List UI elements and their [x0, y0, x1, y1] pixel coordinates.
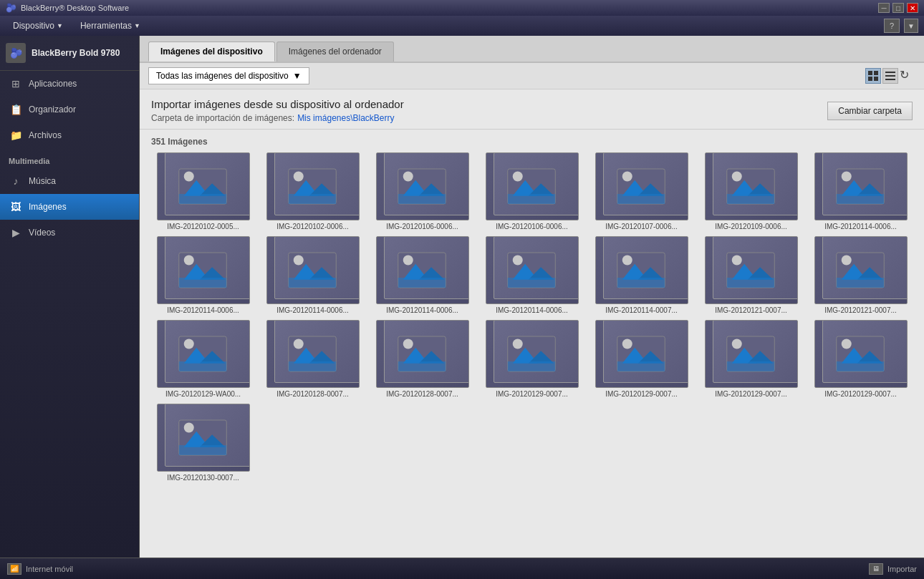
import-path-link[interactable]: Mis imágenes\BlackBerry [297, 113, 394, 123]
device-section[interactable]: 🫐 BlackBerry Bold 9780 [0, 36, 139, 71]
image-item[interactable]: IMG-20120107-0006... [589, 152, 693, 230]
image-name: IMG-20120107-0006... [605, 223, 678, 230]
svg-rect-4 [885, 72, 895, 73]
svg-point-60 [513, 255, 523, 265]
svg-point-105 [732, 339, 742, 349]
images-section: 351 Imágenes [140, 130, 924, 558]
minimize-button[interactable]: ─ [878, 3, 890, 13]
svg-rect-61 [508, 278, 556, 288]
svg-rect-2 [868, 77, 872, 81]
image-item[interactable]: IMG-20120109-0006... [699, 152, 803, 230]
close-button[interactable]: ✕ [907, 3, 918, 13]
image-item[interactable]: IMG-20120128-0007... [370, 320, 474, 398]
organizador-icon: 📋 [9, 102, 23, 117]
image-name: IMG-20120106-0006... [386, 223, 458, 230]
image-item[interactable]: IMG-20120129-0007... [589, 320, 693, 398]
image-thumbnail [595, 320, 688, 388]
sidebar-item-aplicaciones[interactable]: ⊞ Aplicaciones [0, 71, 139, 97]
svg-point-20 [403, 171, 413, 181]
sidebar: 🫐 BlackBerry Bold 9780 ⊞ Aplicaciones 📋 … [0, 36, 140, 558]
image-item[interactable]: IMG-20120128-0007... [261, 320, 365, 398]
svg-point-65 [622, 255, 632, 265]
image-thumbnail [266, 152, 360, 220]
image-item[interactable]: IMG-20120114-0006... [809, 152, 913, 230]
image-item[interactable]: IMG-20120114-0006... [480, 236, 584, 314]
svg-rect-41 [837, 194, 885, 204]
svg-point-10 [184, 171, 194, 181]
svg-rect-1 [874, 71, 878, 75]
app-title: BlackBerry® Desktop Software [21, 4, 129, 12]
menu-item-dispositivo[interactable]: Dispositivo ▼ [6, 18, 70, 34]
image-thumbnail [157, 404, 250, 472]
image-name: IMG-20120129-0007... [715, 390, 787, 398]
help-button[interactable]: ? [884, 19, 900, 33]
image-name: IMG-20120114-0006... [824, 223, 897, 230]
svg-point-90 [403, 339, 413, 349]
sidebar-item-archivos[interactable]: 📁 Archivos [0, 122, 139, 148]
sidebar-item-organizador[interactable]: 📋 Organizador [0, 97, 139, 122]
svg-rect-81 [179, 361, 227, 371]
device-icon: 🫐 [6, 43, 26, 63]
title-bar: 🫐 BlackBerry® Desktop Software ─ □ ✕ [0, 0, 924, 16]
svg-point-45 [184, 255, 194, 265]
image-name: IMG-20120128-0007... [386, 390, 458, 398]
image-item[interactable]: IMG-20120102-0006... [261, 152, 365, 230]
sidebar-item-videos[interactable]: ▶ Vídeos [0, 220, 139, 245]
image-item[interactable]: IMG-20120130-0007... [151, 404, 255, 482]
image-item[interactable]: IMG-20120121-0007... [809, 236, 913, 314]
image-item[interactable]: IMG-20120114-0007... [589, 236, 693, 314]
view-list-button[interactable] [882, 68, 898, 84]
image-name: IMG-20120121-0007... [824, 306, 897, 314]
image-name: IMG-20120129-0007... [824, 390, 897, 398]
sidebar-item-imagenes[interactable]: 🖼 Imágenes [0, 194, 139, 220]
image-thumbnail [486, 320, 579, 388]
svg-rect-56 [398, 278, 446, 288]
image-item[interactable]: IMG-20120106-0006... [370, 152, 474, 230]
view-grid-button[interactable] [865, 68, 881, 84]
image-item[interactable]: IMG-20120129-0007... [480, 320, 584, 398]
archivos-icon: 📁 [9, 128, 23, 142]
image-item[interactable]: IMG-20120114-0006... [261, 236, 365, 314]
image-name: IMG-20120102-0006... [276, 223, 349, 230]
app-logo-icon: 🫐 [6, 3, 16, 13]
image-thumbnail [376, 152, 469, 220]
image-thumbnail [486, 152, 579, 220]
image-item[interactable]: IMG-20120114-0006... [151, 236, 255, 314]
import-title: Importar imágenes desde su dispositivo a… [151, 98, 404, 110]
image-thumbnail [595, 152, 688, 220]
image-name: IMG-20120114-0006... [386, 306, 458, 314]
change-folder-button[interactable]: Cambiar carpeta [827, 102, 913, 120]
tab-computer-images[interactable]: Imágenes del ordenador [276, 42, 394, 62]
menu-extra-button[interactable]: ▼ [904, 19, 918, 33]
tab-device-images[interactable]: Imágenes del dispositivo [148, 42, 275, 62]
filter-dropdown[interactable]: Todas las imágenes del dispositivo ▼ [148, 67, 309, 84]
image-item[interactable]: IMG-20120106-0006... [480, 152, 584, 230]
refresh-button[interactable]: ↻ [900, 68, 915, 84]
image-name: IMG-20120114-0007... [605, 306, 678, 314]
menu-item-herramientas[interactable]: Herramientas ▼ [73, 18, 148, 34]
image-thumbnail [705, 236, 798, 304]
svg-point-95 [513, 339, 523, 349]
svg-point-35 [732, 171, 742, 181]
musica-icon: ♪ [9, 174, 23, 188]
restore-button[interactable]: □ [892, 3, 904, 13]
image-item[interactable]: IMG-20120129-0007... [809, 320, 913, 398]
import-header: Importar imágenes desde su dispositivo a… [140, 89, 924, 130]
image-item[interactable]: IMG-20120121-0007... [699, 236, 803, 314]
svg-rect-71 [727, 278, 775, 288]
image-name: IMG-20120121-0007... [715, 306, 787, 314]
svg-point-115 [184, 422, 194, 432]
image-thumbnail [266, 320, 360, 388]
svg-rect-5 [885, 75, 895, 77]
image-item[interactable]: IMG-20120129-WA00... [151, 320, 255, 398]
image-item[interactable]: IMG-20120102-0005... [151, 152, 255, 230]
image-item[interactable]: IMG-20120114-0006... [370, 236, 474, 314]
image-item[interactable]: IMG-20120129-0007... [699, 320, 803, 398]
image-name: IMG-20120114-0006... [276, 306, 349, 314]
sidebar-item-musica[interactable]: ♪ Música [0, 168, 139, 194]
image-name: IMG-20120106-0006... [496, 223, 568, 230]
imagenes-icon: 🖼 [9, 200, 23, 214]
menu-bar: Dispositivo ▼ Herramientas ▼ ? ▼ [0, 16, 924, 36]
aplicaciones-icon: ⊞ [9, 77, 23, 91]
image-thumbnail [595, 236, 688, 304]
